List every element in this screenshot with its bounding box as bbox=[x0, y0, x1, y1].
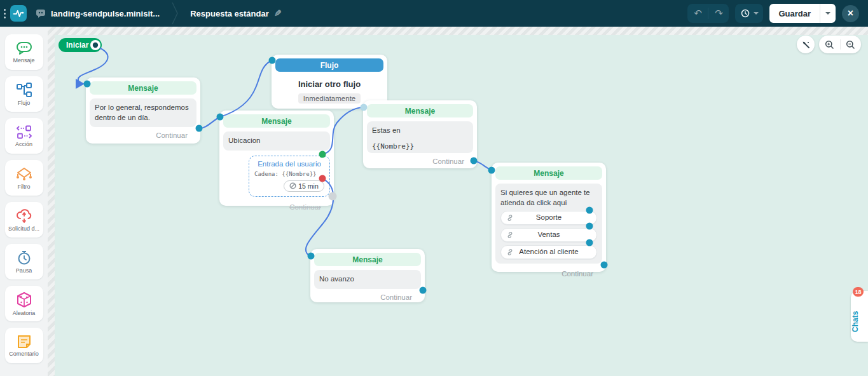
palette-item-mensaje[interactable]: Mensaje bbox=[5, 34, 43, 70]
zoom-in-button[interactable] bbox=[819, 36, 840, 53]
button-label: Ventas bbox=[501, 230, 596, 240]
palette-item-aleatoria[interactable]: Aleatoria bbox=[5, 286, 43, 321]
flow-icon bbox=[16, 83, 32, 98]
node-type-header: Mensaje bbox=[367, 104, 473, 117]
node-message-estas-en[interactable]: Mensaje Estas en {{Nombre}} Continuar bbox=[363, 100, 477, 168]
canvas-boundary-left bbox=[48, 27, 55, 376]
node-type-header: Flujo bbox=[275, 58, 383, 72]
api-request-icon bbox=[15, 208, 33, 224]
random-dice-icon bbox=[16, 292, 32, 308]
palette-item-pausa[interactable]: Pausa bbox=[5, 244, 43, 279]
breadcrumb-separator bbox=[171, 1, 179, 26]
user-input-block[interactable]: Entrada del usuario Cadena: {{Nombre}} 1… bbox=[249, 156, 330, 197]
node-message-ubicacion[interactable]: Mensaje Ubicacion Entrada del usuario Ca… bbox=[219, 111, 334, 206]
palette-label: Aleatoria bbox=[13, 310, 36, 316]
message-text: No avanzo bbox=[314, 270, 421, 289]
user-input-title: Entrada del usuario bbox=[254, 160, 324, 168]
redo-button[interactable]: ↷ bbox=[708, 4, 729, 23]
palette-item-flujo[interactable]: Flujo bbox=[5, 76, 43, 112]
message-variable: {{Nombre}} bbox=[372, 142, 468, 152]
palette-item-accion[interactable]: Acción bbox=[5, 118, 43, 154]
button-label: Atención al cliente bbox=[501, 247, 596, 257]
start-node[interactable]: Iniciar bbox=[59, 38, 102, 52]
app-menu-kebab-icon[interactable] bbox=[0, 0, 9, 27]
wand-pointer-icon bbox=[801, 40, 811, 50]
continuar-output[interactable]: Continuar bbox=[367, 157, 473, 166]
breadcrumb-flow-name[interactable]: landing-sendpulse.minisit... bbox=[36, 9, 160, 18]
chats-side-tab[interactable]: 18 Chats bbox=[851, 291, 868, 342]
palette-label: Flujo bbox=[18, 100, 31, 106]
palette-item-filtro[interactable]: Filtro bbox=[5, 160, 43, 196]
quick-reply-button-atencion[interactable]: Atención al cliente bbox=[500, 245, 597, 259]
palette-label: Solicitud d... bbox=[8, 225, 39, 232]
zoom-controls bbox=[819, 36, 861, 53]
palette-label: Mensaje bbox=[13, 57, 34, 64]
quick-reply-button-ventas[interactable]: Ventas bbox=[500, 228, 597, 242]
history-dropdown-button[interactable] bbox=[735, 4, 763, 23]
undo-button[interactable]: ↶ bbox=[687, 4, 708, 23]
user-input-variable: Cadena: {{Nombre}} bbox=[254, 171, 324, 177]
sendpulse-logo[interactable] bbox=[10, 5, 27, 22]
flow-node-title: Iniciar otro flujo bbox=[275, 79, 383, 89]
palette-label: Comentario bbox=[9, 351, 39, 357]
caret-down-icon bbox=[825, 12, 830, 15]
pulse-icon bbox=[12, 7, 25, 20]
element-palette-sidebar: Mensaje Flujo Acción Filtro Solicitud d.… bbox=[0, 27, 48, 376]
continuar-output-disabled: Continuar bbox=[223, 203, 330, 211]
node-message-agente[interactable]: Mensaje Si quieres que un agente te atie… bbox=[492, 163, 606, 272]
flow-timing-chip: Inmediatamente bbox=[298, 93, 361, 104]
action-icon bbox=[16, 125, 32, 139]
continuar-output[interactable]: Continuar bbox=[314, 293, 421, 302]
message-text: Estas en {{Nombre}} bbox=[367, 121, 473, 153]
arrange-wand-button[interactable] bbox=[797, 36, 815, 53]
save-button[interactable]: Guardar bbox=[769, 9, 820, 18]
page-title: Respuesta estándar ✎ bbox=[190, 8, 281, 18]
magnifier-plus-icon bbox=[825, 40, 834, 50]
magnifier-minus-icon bbox=[846, 40, 855, 50]
node-message-respondemos[interactable]: Mensaje Por lo general, respondemos dent… bbox=[86, 77, 200, 144]
save-split-button: Guardar bbox=[769, 4, 836, 23]
start-label: Iniciar bbox=[66, 41, 88, 50]
message-with-buttons: Si quieres que un agente te atienda da c… bbox=[495, 184, 602, 264]
palette-item-solicitud[interactable]: Solicitud d... bbox=[5, 202, 43, 238]
node-type-header: Mensaje bbox=[314, 253, 421, 266]
palette-label: Pausa bbox=[16, 267, 32, 274]
palette-label: Filtro bbox=[18, 184, 31, 190]
chat-bubble-icon bbox=[36, 9, 46, 18]
chats-tab-label: Chats bbox=[851, 302, 868, 340]
message-text: Ubicacion bbox=[223, 131, 330, 151]
no-reply-icon bbox=[289, 182, 296, 189]
caret-down-icon bbox=[754, 12, 759, 15]
chats-unread-badge: 18 bbox=[853, 287, 864, 297]
node-message-no-avanzo[interactable]: Mensaje No avanzo Continuar bbox=[310, 249, 425, 302]
pause-timer-icon bbox=[17, 250, 32, 265]
close-button[interactable]: × bbox=[842, 5, 859, 22]
message-bubble-icon bbox=[16, 41, 32, 55]
history-group bbox=[735, 4, 763, 23]
flow-name-label: landing-sendpulse.minisit... bbox=[51, 9, 160, 18]
button-label: Soporte bbox=[501, 213, 596, 223]
node-type-header: Mensaje bbox=[90, 81, 196, 95]
canvas-boundary-top bbox=[48, 27, 868, 35]
undo-redo-group: ↶ ↷ bbox=[687, 4, 729, 23]
continuar-output[interactable]: Continuar bbox=[90, 131, 196, 140]
edit-title-icon[interactable]: ✎ bbox=[274, 8, 282, 18]
filter-icon bbox=[15, 166, 33, 182]
timeout-label: 15 min bbox=[298, 182, 319, 190]
history-clock-icon bbox=[740, 8, 750, 18]
palette-label: Acción bbox=[15, 141, 32, 147]
comment-note-icon bbox=[17, 335, 32, 349]
quick-reply-button-soporte[interactable]: Soporte bbox=[500, 211, 597, 225]
save-options-button[interactable] bbox=[820, 4, 836, 23]
palette-item-comentario[interactable]: Comentario bbox=[5, 328, 43, 363]
timeout-chip: 15 min bbox=[284, 180, 324, 192]
topbar: landing-sendpulse.minisit... Respuesta e… bbox=[0, 0, 868, 27]
screen-title-label: Respuesta estándar bbox=[190, 9, 269, 18]
node-type-header: Mensaje bbox=[223, 114, 330, 128]
node-type-header: Mensaje bbox=[495, 166, 602, 180]
continuar-output[interactable]: Continuar bbox=[495, 269, 602, 278]
message-text: Si quieres que un agente te atienda da c… bbox=[500, 188, 597, 208]
message-text: Por lo general, respondemos dentro de un… bbox=[90, 98, 196, 127]
zoom-out-button[interactable] bbox=[840, 36, 861, 53]
message-line: Estas en bbox=[372, 126, 468, 136]
